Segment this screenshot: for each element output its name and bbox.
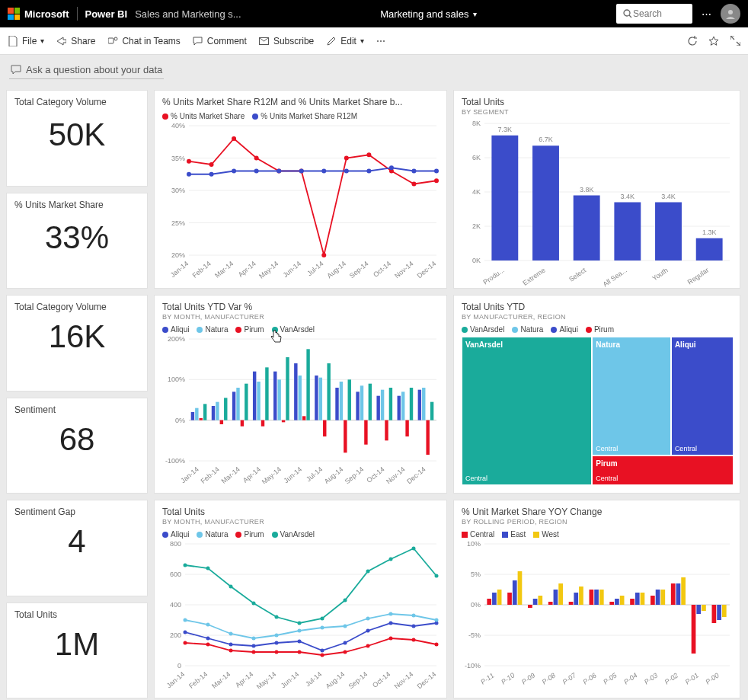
svg-text:P-06: P-06 bbox=[581, 671, 597, 686]
svg-rect-71 bbox=[236, 388, 239, 420]
kpi-total-units[interactable]: Total Units 1M bbox=[6, 603, 148, 698]
kpi-units-market-share[interactable]: % Units Market Share 33% bbox=[6, 193, 148, 289]
svg-point-0 bbox=[624, 10, 630, 16]
svg-text:-5%: -5% bbox=[468, 631, 481, 639]
svg-point-177 bbox=[435, 643, 439, 647]
svg-text:Mar-14: Mar-14 bbox=[210, 670, 232, 689]
product-name[interactable]: Power BI bbox=[85, 8, 128, 20]
treemap-node[interactable]: NaturaCentral bbox=[592, 337, 671, 455]
expand-icon[interactable] bbox=[730, 36, 740, 46]
file-menu[interactable]: File▾ bbox=[8, 36, 44, 46]
svg-rect-68 bbox=[224, 398, 227, 420]
comment-button[interactable]: Comment bbox=[193, 36, 247, 46]
svg-rect-101 bbox=[360, 385, 363, 420]
svg-rect-90 bbox=[315, 376, 318, 420]
svg-rect-248 bbox=[590, 590, 594, 605]
share-button[interactable]: Share bbox=[56, 36, 95, 46]
svg-rect-66 bbox=[216, 402, 219, 420]
svg-text:May-14: May-14 bbox=[261, 465, 283, 484]
kpi-total-category-volume-2[interactable]: Total Category Volume 16K bbox=[6, 295, 148, 392]
kpi-total-category-volume-1[interactable]: Total Category Volume 50K bbox=[6, 90, 148, 187]
svg-text:May-14: May-14 bbox=[257, 260, 280, 280]
svg-rect-215 bbox=[696, 238, 723, 261]
chevron-down-icon: ▾ bbox=[40, 37, 44, 45]
chart-title: % Units Market Share R12M and % Units Ma… bbox=[162, 97, 439, 107]
page-selector[interactable]: Marketing and sales ▾ bbox=[380, 8, 477, 20]
chart-segment-bars[interactable]: Total Units BY SEGMENT 0K2K4K6K8K7.3KPro… bbox=[453, 90, 740, 289]
svg-rect-244 bbox=[569, 602, 574, 605]
svg-text:Sep-14: Sep-14 bbox=[347, 670, 369, 689]
chart-title: Total Units YTD bbox=[462, 302, 732, 312]
svg-point-188 bbox=[412, 547, 416, 551]
svg-rect-70 bbox=[232, 392, 235, 420]
chevron-down-icon: ▾ bbox=[473, 10, 477, 18]
star-icon[interactable] bbox=[708, 36, 719, 46]
svg-point-147 bbox=[298, 640, 302, 644]
svg-point-38 bbox=[411, 182, 416, 187]
svg-text:Nov-14: Nov-14 bbox=[393, 670, 415, 689]
svg-rect-240 bbox=[548, 602, 553, 605]
svg-rect-96 bbox=[340, 382, 343, 420]
edit-button[interactable]: Edit▾ bbox=[326, 36, 364, 46]
chart-ytd-var-bars[interactable]: Total Units YTD Var % BY MONTH, MANUFACT… bbox=[154, 295, 447, 494]
svg-text:Oct-14: Oct-14 bbox=[371, 670, 392, 689]
search-input[interactable] bbox=[616, 4, 692, 24]
svg-text:P-08: P-08 bbox=[541, 671, 557, 686]
svg-text:Extreme: Extreme bbox=[521, 266, 546, 286]
svg-text:Mar-14: Mar-14 bbox=[213, 260, 235, 280]
svg-point-50 bbox=[411, 169, 416, 174]
chart-title: Total Units bbox=[162, 507, 439, 517]
chart-total-units-line[interactable]: Total Units BY MONTH, MANUFACTURER Aliqu… bbox=[154, 500, 447, 698]
treemap-node[interactable]: VanArsdelCentral bbox=[462, 337, 592, 485]
chart-canvas: 0K2K4K6K8K7.3KProdu...6.7KExtreme3.8KSel… bbox=[462, 116, 734, 287]
kpi-title: Total Units bbox=[14, 609, 139, 620]
kpi-title: Sentiment bbox=[14, 404, 139, 415]
subscribe-button[interactable]: Subscribe bbox=[259, 36, 314, 46]
qa-input[interactable]: Ask a question about your data bbox=[9, 61, 164, 79]
search-field[interactable] bbox=[633, 8, 679, 19]
chart-yoy-bars[interactable]: % Unit Market Share YOY Change BY ROLLIN… bbox=[453, 500, 740, 698]
svg-rect-65 bbox=[212, 406, 215, 420]
svg-text:600: 600 bbox=[170, 571, 181, 578]
svg-text:20%: 20% bbox=[171, 251, 185, 259]
treemap-node[interactable]: PirumCentral bbox=[592, 455, 734, 485]
comment-icon bbox=[193, 36, 203, 46]
kpi-title: % Units Market Share bbox=[14, 200, 139, 210]
refresh-icon[interactable] bbox=[687, 36, 698, 46]
svg-line-1 bbox=[629, 15, 631, 18]
svg-text:40%: 40% bbox=[171, 122, 185, 129]
svg-point-39 bbox=[434, 178, 439, 183]
svg-point-156 bbox=[229, 632, 233, 636]
svg-rect-100 bbox=[356, 392, 359, 420]
svg-rect-233 bbox=[513, 580, 517, 605]
svg-point-34 bbox=[321, 253, 326, 257]
svg-rect-262 bbox=[660, 590, 665, 605]
svg-text:7.3K: 7.3K bbox=[498, 126, 513, 133]
user-avatar[interactable] bbox=[721, 4, 740, 24]
svg-point-158 bbox=[275, 634, 279, 638]
page-selector-label: Marketing and sales bbox=[380, 8, 468, 20]
report-name[interactable]: Sales and Marketing s... bbox=[135, 8, 241, 20]
svg-rect-228 bbox=[487, 599, 491, 605]
svg-point-187 bbox=[389, 558, 393, 561]
chart-title: Total Units bbox=[462, 97, 732, 107]
chart-legend: % Units Market Share% Units Market Share… bbox=[162, 112, 439, 120]
chart-market-share-line[interactable]: % Units Market Share R12M and % Units Ma… bbox=[154, 90, 447, 289]
svg-rect-83 bbox=[286, 357, 289, 420]
svg-text:0: 0 bbox=[177, 662, 181, 670]
svg-rect-67 bbox=[220, 420, 223, 424]
more-icon[interactable]: ⋯ bbox=[702, 8, 711, 20]
svg-text:Feb-14: Feb-14 bbox=[187, 670, 209, 689]
svg-point-143 bbox=[206, 637, 210, 641]
chat-teams-button[interactable]: Chat in Teams bbox=[107, 36, 180, 46]
treemap-node[interactable]: AliquiCentral bbox=[671, 337, 734, 455]
kpi-sentiment[interactable]: Sentiment 68 bbox=[6, 398, 148, 494]
svg-rect-254 bbox=[620, 596, 625, 605]
chart-ytd-treemap[interactable]: Total Units YTD BY MANUFACTURER, REGION … bbox=[453, 295, 740, 494]
svg-point-4 bbox=[114, 37, 117, 40]
svg-point-51 bbox=[434, 169, 439, 174]
svg-text:30%: 30% bbox=[171, 187, 185, 194]
more-actions-icon[interactable]: ⋯ bbox=[376, 36, 385, 46]
svg-point-155 bbox=[206, 623, 210, 627]
kpi-sentiment-gap[interactable]: Sentiment Gap 4 bbox=[6, 500, 148, 596]
